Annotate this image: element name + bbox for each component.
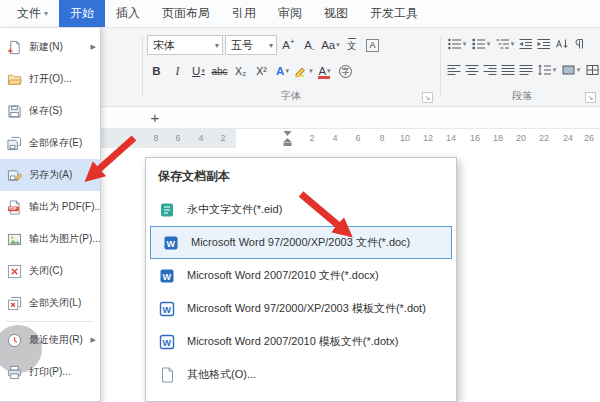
paragraph-group-label: 段落 [446, 89, 598, 103]
menu-file[interactable]: 文件 [6, 0, 59, 27]
increase-indent-button[interactable] [536, 35, 552, 52]
submenu-item-docx[interactable]: W Microsoft Word 2007/2010 文件(*.docx) [146, 259, 456, 292]
show-paragraph-marks-button[interactable] [572, 35, 588, 52]
submenu-item-label: Microsoft Word 2007/2010 文件(*.docx) [187, 268, 379, 283]
svg-text:PDF: PDF [9, 206, 17, 211]
highlight-pen-icon [294, 64, 308, 79]
menu-insert[interactable]: 插入 [105, 0, 151, 27]
line-spacing-button[interactable] [536, 61, 558, 78]
file-menu-item-label: 输出为图片(P)... [29, 232, 100, 246]
font-group: 宋体 五号 A A Aa 文 A B I U [147, 28, 435, 106]
submenu-arrow-icon: ▶ [91, 336, 96, 344]
file-menu-item-recent[interactable]: 最近使用(R) ▶ [0, 324, 100, 356]
file-menu-item-new[interactable]: 新建(N) ▶ [0, 31, 100, 63]
word-template-dot-icon: W [159, 301, 179, 317]
decrease-font-size-button[interactable]: A [300, 35, 319, 55]
underline-button[interactable]: U [189, 61, 208, 81]
multilevel-list-button[interactable] [494, 35, 516, 52]
enclose-character-glyph: 字 [339, 65, 352, 78]
file-menu-item-label: 关闭(C) [29, 264, 96, 278]
file-menu-item-save-all[interactable]: 全部保存(E) [0, 127, 100, 159]
save-icon [7, 103, 24, 119]
submenu-item-label: 其他格式(O)... [187, 367, 256, 382]
character-border-button[interactable]: A [363, 35, 382, 55]
ruler-number: 6 [355, 133, 360, 143]
save-as-icon [7, 167, 24, 183]
svg-text:W: W [162, 337, 171, 347]
submenu-item-dotx[interactable]: W Microsoft Word 2007/2010 模板文件(*.dotx) [146, 325, 456, 358]
file-menu-item-open[interactable]: 打开(O)... [0, 63, 100, 95]
align-right-button[interactable] [482, 61, 498, 78]
borders-button[interactable] [584, 61, 600, 78]
ruler-number: 2 [220, 133, 225, 143]
shading-button[interactable] [560, 61, 582, 78]
text-effects-button[interactable]: A [273, 61, 292, 81]
paragraph-dialog-launcher-icon[interactable]: ↘ [585, 92, 596, 103]
file-menu-item-save[interactable]: 保存(S) [0, 95, 100, 127]
submenu-item-eid[interactable]: 永中文字文件(*.eid) [146, 193, 456, 226]
close-all-icon [7, 295, 24, 311]
menu-view[interactable]: 视图 [313, 0, 359, 27]
ruler-number: 14 [446, 133, 456, 143]
font-size-combo[interactable]: 五号 [225, 35, 277, 55]
align-center-button[interactable] [464, 61, 480, 78]
menu-page-layout[interactable]: 页面布局 [151, 0, 221, 27]
printer-icon [7, 364, 24, 380]
file-menu-item-export-image[interactable]: 输出为图片(P)... [0, 223, 100, 255]
submenu-item-doc[interactable]: W Microsoft Word 97/2000/XP/2003 文件(*.do… [150, 226, 452, 259]
file-menu-item-print[interactable]: 打印(P)... [0, 356, 100, 388]
indent-marker-handle[interactable] [283, 129, 292, 152]
new-tab-button[interactable]: + [146, 109, 164, 127]
menu-home[interactable]: 开始 [59, 0, 105, 27]
submenu-item-dot[interactable]: W Microsoft Word 97/2000/XP/2003 模板文件(*.… [146, 292, 456, 325]
file-menu-item-label: 保存(S) [29, 104, 96, 118]
word-processor-window: 文件 开始 插入 页面布局 引用 审阅 视图 开发工具 宋体 五号 A [0, 0, 600, 402]
italic-button[interactable]: I [168, 61, 187, 81]
decrease-indent-button[interactable] [518, 35, 534, 52]
ruler-number: 8 [379, 133, 384, 143]
font-dialog-launcher-icon[interactable]: ↘ [422, 92, 433, 103]
bold-button[interactable]: B [147, 61, 166, 81]
decrease-font-glyph: A [304, 39, 312, 51]
ruler-number: 24 [563, 133, 573, 143]
file-menu-item-export-pdf[interactable]: PDF 输出为 PDF(F)... [0, 191, 100, 223]
ruler-number: 18 [493, 133, 503, 143]
font-color-button[interactable]: A [315, 61, 334, 81]
subscript-button[interactable]: X₂ [231, 61, 250, 81]
sort-button[interactable] [554, 35, 570, 52]
align-left-button[interactable] [446, 61, 462, 78]
menu-review[interactable]: 审阅 [267, 0, 313, 27]
submenu-item-label: Microsoft Word 97/2000/XP/2003 文件(*.doc) [191, 235, 410, 250]
save-all-icon [7, 135, 24, 151]
enclose-character-button[interactable]: 字 [336, 61, 355, 81]
highlight-button[interactable] [294, 61, 313, 81]
menu-references[interactable]: 引用 [221, 0, 267, 27]
file-menu-item-close[interactable]: 关闭(C) [0, 255, 100, 287]
close-document-icon [7, 263, 24, 279]
file-menu-item-close-all[interactable]: 全部关闭(L) [0, 287, 100, 319]
paragraph-group: 段落 ↘ [446, 28, 598, 106]
increase-font-size-button[interactable]: A [279, 35, 298, 55]
submenu-item-label: Microsoft Word 2007/2010 模板文件(*.dotx) [187, 334, 398, 349]
file-menu-item-save-as[interactable]: 另存为(A) ▶ [0, 159, 100, 191]
word-doc-icon: W [163, 235, 183, 251]
word-template-dotx-icon: W [159, 334, 179, 350]
character-border-glyph: A [366, 39, 378, 52]
strikethrough-button[interactable]: abc [210, 61, 229, 81]
menu-developer[interactable]: 开发工具 [359, 0, 429, 27]
file-menu-item-label: 输出为 PDF(F)... [29, 200, 100, 214]
ruler-number: 20 [516, 133, 526, 143]
change-case-button[interactable]: Aa [321, 35, 340, 55]
distribute-button[interactable] [518, 61, 534, 78]
font-name-combo[interactable]: 宋体 [147, 35, 223, 55]
phonetic-guide-button[interactable]: 文 [342, 35, 361, 55]
submenu-item-label: Microsoft Word 97/2000/XP/2003 模板文件(*.do… [187, 301, 426, 316]
bullet-list-button[interactable] [446, 35, 468, 52]
submenu-item-other-formats[interactable]: 其他格式(O)... [146, 358, 456, 391]
submenu-arrow-icon: ▶ [91, 43, 96, 51]
file-menu-item-label: 全部保存(E) [29, 136, 96, 150]
superscript-button[interactable]: X² [252, 61, 271, 81]
file-menu-item-label: 另存为(A) [29, 168, 91, 182]
justify-button[interactable] [500, 61, 516, 78]
numbered-list-button[interactable] [470, 35, 492, 52]
